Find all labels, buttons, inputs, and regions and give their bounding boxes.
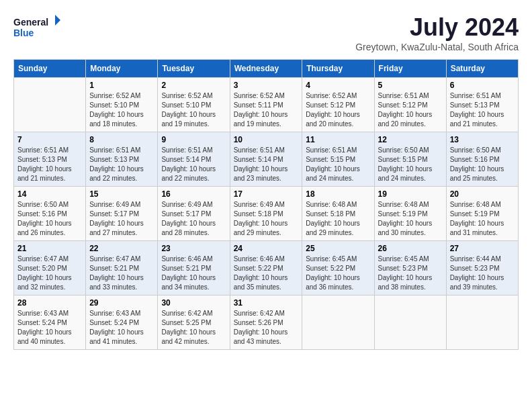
- calendar-cell: 8Sunrise: 6:51 AM Sunset: 5:13 PM Daylig…: [86, 132, 158, 187]
- calendar-cell: [374, 295, 446, 350]
- calendar-cell: 30Sunrise: 6:42 AM Sunset: 5:25 PM Dayli…: [158, 295, 230, 350]
- calendar-cell: 1Sunrise: 6:52 AM Sunset: 5:10 PM Daylig…: [86, 78, 158, 132]
- svg-marker-2: [55, 15, 60, 26]
- page-header: General Blue July 2024 Greytown, KwaZulu…: [13, 13, 519, 52]
- day-info: Sunrise: 6:51 AM Sunset: 5:13 PM Dayligh…: [17, 146, 82, 183]
- day-number: 17: [234, 189, 299, 199]
- calendar-cell: 11Sunrise: 6:51 AM Sunset: 5:15 PM Dayli…: [302, 132, 374, 187]
- day-info: Sunrise: 6:50 AM Sunset: 5:15 PM Dayligh…: [378, 146, 443, 183]
- day-info: Sunrise: 6:50 AM Sunset: 5:16 PM Dayligh…: [450, 146, 515, 183]
- calendar-header-row: SundayMondayTuesdayWednesdayThursdayFrid…: [14, 60, 519, 78]
- calendar-cell: 13Sunrise: 6:50 AM Sunset: 5:16 PM Dayli…: [446, 132, 518, 187]
- day-number: 19: [378, 189, 443, 199]
- day-number: 16: [161, 189, 226, 199]
- day-info: Sunrise: 6:48 AM Sunset: 5:19 PM Dayligh…: [450, 200, 515, 238]
- month-year-title: July 2024: [355, 13, 519, 42]
- day-info: Sunrise: 6:51 AM Sunset: 5:12 PM Dayligh…: [378, 91, 443, 129]
- day-number: 18: [306, 189, 370, 199]
- day-info: Sunrise: 6:44 AM Sunset: 5:23 PM Dayligh…: [450, 255, 515, 292]
- calendar-cell: 6Sunrise: 6:51 AM Sunset: 5:13 PM Daylig…: [446, 78, 518, 132]
- day-number: 7: [17, 135, 82, 144]
- svg-text:General: General: [13, 17, 48, 28]
- calendar-cell: 7Sunrise: 6:51 AM Sunset: 5:13 PM Daylig…: [14, 132, 86, 187]
- day-info: Sunrise: 6:45 AM Sunset: 5:23 PM Dayligh…: [378, 255, 443, 292]
- day-number: 30: [161, 298, 226, 308]
- day-info: Sunrise: 6:47 AM Sunset: 5:21 PM Dayligh…: [89, 255, 154, 292]
- day-info: Sunrise: 6:49 AM Sunset: 5:17 PM Dayligh…: [161, 200, 226, 238]
- calendar-cell: [302, 295, 374, 350]
- calendar-cell: 2Sunrise: 6:52 AM Sunset: 5:10 PM Daylig…: [158, 78, 230, 132]
- day-number: 28: [17, 298, 82, 308]
- column-header-saturday: Saturday: [446, 60, 518, 78]
- calendar-cell: 16Sunrise: 6:49 AM Sunset: 5:17 PM Dayli…: [158, 187, 230, 241]
- calendar-cell: 21Sunrise: 6:47 AM Sunset: 5:20 PM Dayli…: [14, 241, 86, 295]
- calendar-cell: 25Sunrise: 6:45 AM Sunset: 5:22 PM Dayli…: [302, 241, 374, 295]
- day-number: 6: [450, 81, 515, 90]
- day-info: Sunrise: 6:49 AM Sunset: 5:18 PM Dayligh…: [234, 200, 299, 238]
- calendar-week-row: 28Sunrise: 6:43 AM Sunset: 5:24 PM Dayli…: [14, 295, 519, 350]
- svg-text:Blue: Blue: [13, 28, 34, 38]
- calendar-cell: 3Sunrise: 6:52 AM Sunset: 5:11 PM Daylig…: [230, 78, 302, 132]
- day-number: 14: [17, 189, 82, 199]
- day-number: 24: [234, 244, 299, 253]
- calendar-cell: 19Sunrise: 6:48 AM Sunset: 5:19 PM Dayli…: [374, 187, 446, 241]
- day-info: Sunrise: 6:51 AM Sunset: 5:13 PM Dayligh…: [450, 91, 515, 129]
- day-number: 10: [234, 135, 299, 144]
- calendar-cell: 20Sunrise: 6:48 AM Sunset: 5:19 PM Dayli…: [446, 187, 518, 241]
- day-info: Sunrise: 6:43 AM Sunset: 5:24 PM Dayligh…: [17, 309, 82, 347]
- day-info: Sunrise: 6:46 AM Sunset: 5:21 PM Dayligh…: [161, 255, 226, 292]
- calendar-cell: 23Sunrise: 6:46 AM Sunset: 5:21 PM Dayli…: [158, 241, 230, 295]
- day-number: 23: [161, 244, 226, 253]
- calendar-cell: 15Sunrise: 6:49 AM Sunset: 5:17 PM Dayli…: [86, 187, 158, 241]
- day-number: 2: [161, 81, 226, 90]
- calendar-cell: 31Sunrise: 6:42 AM Sunset: 5:26 PM Dayli…: [230, 295, 302, 350]
- calendar-cell: 4Sunrise: 6:52 AM Sunset: 5:12 PM Daylig…: [302, 78, 374, 132]
- calendar-cell: [14, 78, 86, 132]
- calendar-cell: 29Sunrise: 6:43 AM Sunset: 5:24 PM Dayli…: [86, 295, 158, 350]
- calendar-cell: 9Sunrise: 6:51 AM Sunset: 5:14 PM Daylig…: [158, 132, 230, 187]
- day-number: 12: [378, 135, 443, 144]
- day-info: Sunrise: 6:51 AM Sunset: 5:14 PM Dayligh…: [161, 146, 226, 183]
- calendar-cell: 5Sunrise: 6:51 AM Sunset: 5:12 PM Daylig…: [374, 78, 446, 132]
- title-block: July 2024 Greytown, KwaZulu-Natal, South…: [355, 13, 519, 52]
- calendar-week-row: 21Sunrise: 6:47 AM Sunset: 5:20 PM Dayli…: [14, 241, 519, 295]
- day-info: Sunrise: 6:52 AM Sunset: 5:12 PM Dayligh…: [306, 91, 370, 129]
- day-info: Sunrise: 6:52 AM Sunset: 5:10 PM Dayligh…: [161, 91, 226, 129]
- day-info: Sunrise: 6:48 AM Sunset: 5:19 PM Dayligh…: [378, 200, 443, 238]
- calendar-cell: 14Sunrise: 6:50 AM Sunset: 5:16 PM Dayli…: [14, 187, 86, 241]
- logo-svg: General Blue: [13, 13, 60, 44]
- column-header-sunday: Sunday: [14, 60, 86, 78]
- day-info: Sunrise: 6:51 AM Sunset: 5:14 PM Dayligh…: [234, 146, 299, 183]
- day-number: 13: [450, 135, 515, 144]
- day-number: 9: [161, 135, 226, 144]
- day-info: Sunrise: 6:43 AM Sunset: 5:24 PM Dayligh…: [89, 309, 154, 347]
- column-header-wednesday: Wednesday: [230, 60, 302, 78]
- column-header-thursday: Thursday: [302, 60, 374, 78]
- calendar-week-row: 1Sunrise: 6:52 AM Sunset: 5:10 PM Daylig…: [14, 78, 519, 132]
- day-number: 8: [89, 135, 154, 144]
- day-number: 26: [378, 244, 443, 253]
- calendar-cell: 26Sunrise: 6:45 AM Sunset: 5:23 PM Dayli…: [374, 241, 446, 295]
- calendar-cell: 12Sunrise: 6:50 AM Sunset: 5:15 PM Dayli…: [374, 132, 446, 187]
- day-info: Sunrise: 6:47 AM Sunset: 5:20 PM Dayligh…: [17, 255, 82, 292]
- calendar-cell: 10Sunrise: 6:51 AM Sunset: 5:14 PM Dayli…: [230, 132, 302, 187]
- day-number: 4: [306, 81, 370, 90]
- day-number: 21: [17, 244, 82, 253]
- day-info: Sunrise: 6:42 AM Sunset: 5:25 PM Dayligh…: [161, 309, 226, 347]
- column-header-monday: Monday: [86, 60, 158, 78]
- day-info: Sunrise: 6:48 AM Sunset: 5:18 PM Dayligh…: [306, 200, 370, 238]
- day-info: Sunrise: 6:52 AM Sunset: 5:10 PM Dayligh…: [89, 91, 154, 129]
- column-header-tuesday: Tuesday: [158, 60, 230, 78]
- day-info: Sunrise: 6:50 AM Sunset: 5:16 PM Dayligh…: [17, 200, 82, 238]
- day-number: 15: [89, 189, 154, 199]
- day-number: 11: [306, 135, 370, 144]
- day-number: 3: [234, 81, 299, 90]
- day-info: Sunrise: 6:51 AM Sunset: 5:13 PM Dayligh…: [89, 146, 154, 183]
- day-number: 5: [378, 81, 443, 90]
- logo: General Blue: [13, 13, 60, 44]
- calendar-cell: 27Sunrise: 6:44 AM Sunset: 5:23 PM Dayli…: [446, 241, 518, 295]
- calendar-cell: 18Sunrise: 6:48 AM Sunset: 5:18 PM Dayli…: [302, 187, 374, 241]
- calendar-cell: 28Sunrise: 6:43 AM Sunset: 5:24 PM Dayli…: [14, 295, 86, 350]
- day-number: 20: [450, 189, 515, 199]
- day-number: 1: [89, 81, 154, 90]
